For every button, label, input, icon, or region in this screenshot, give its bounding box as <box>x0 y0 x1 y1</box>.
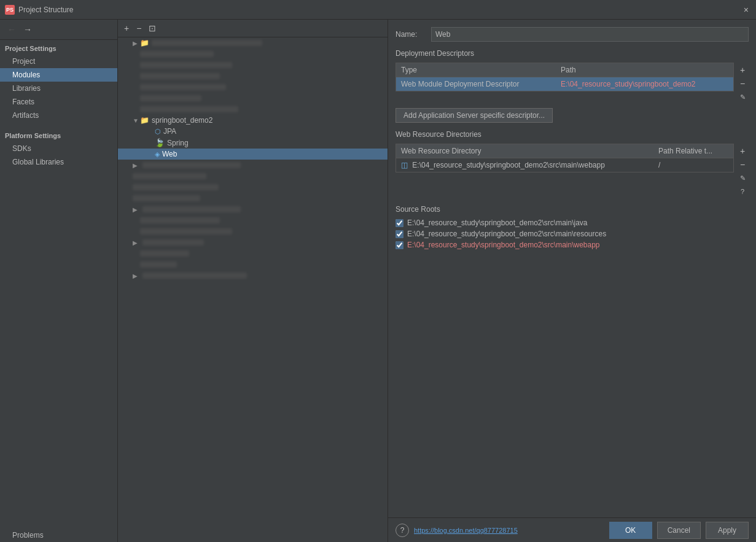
jpa-icon: ⬡ <box>155 128 161 136</box>
source-root-row-2[interactable]: E:\04_resource_study\springboot_demo2\sr… <box>396 241 749 249</box>
sidebar-item-artifacts[interactable]: Artifacts <box>0 109 117 122</box>
tree-row-blurred-1[interactable]: ▶ 📁 <box>118 37 388 48</box>
nav-back-button[interactable]: ← <box>5 23 18 36</box>
source-roots-section: Source Roots E:\04_resource_study\spring… <box>396 205 749 249</box>
name-label: Name: <box>396 30 426 39</box>
name-input[interactable] <box>431 27 749 42</box>
tree-panel: + − ⊡ ▶ 📁 <box>118 20 388 542</box>
tree-row-blurred-18[interactable]: ▶ <box>118 270 388 281</box>
deployment-table-header: Type Path <box>396 63 733 77</box>
col-pathrel-header: Path Relative t... <box>653 144 733 158</box>
tree-row-blurred-3[interactable] <box>118 60 388 71</box>
sidebar-item-facets[interactable]: Facets <box>0 95 117 109</box>
source-root-checkbox-0[interactable] <box>396 219 403 227</box>
folder-icon: 📁 <box>140 39 149 47</box>
right-content: Name: Deployment Descriptors Type Path W… <box>388 20 756 517</box>
remove-module-button[interactable]: − <box>134 22 144 34</box>
cancel-button[interactable]: Cancel <box>657 522 701 539</box>
tree-row-blurred-4[interactable] <box>118 71 388 82</box>
ok-button[interactable]: OK <box>609 522 652 539</box>
tree-row-blurred-2[interactable] <box>118 48 388 60</box>
tree-row-blurred-11[interactable] <box>118 193 388 204</box>
add-module-button[interactable]: + <box>122 22 131 34</box>
deployment-table-container: Type Path Web Module Deployment Descript… <box>396 63 749 103</box>
tree-row-blurred-17[interactable] <box>118 259 388 270</box>
folder-icon: 📁 <box>140 116 149 125</box>
deployment-cell-path: E:\04_resource_study\springboot_demo2 <box>556 78 733 90</box>
help-button[interactable]: ? <box>396 524 409 537</box>
edit-deployment-button[interactable]: ✎ <box>736 91 749 103</box>
sidebar-item-global-libraries[interactable]: Global Libraries <box>0 155 117 169</box>
remove-deployment-button[interactable]: − <box>736 77 749 90</box>
source-root-checkbox-1[interactable] <box>396 230 403 238</box>
platform-settings-header: Platform Settings <box>0 127 117 142</box>
name-field-row: Name: <box>396 27 749 42</box>
tree-row-blurred-10[interactable] <box>118 182 388 193</box>
tree-content: ▶ 📁 ▼ � <box>118 37 388 542</box>
source-root-checkbox-2[interactable] <box>396 241 403 249</box>
sidebar-item-project[interactable]: Project <box>0 55 117 68</box>
web-resource-table-container: Web Resource Directory Path Relative t..… <box>396 144 749 198</box>
deployment-cell-type: Web Module Deployment Descriptor <box>396 78 556 90</box>
deployment-row-0[interactable]: Web Module Deployment Descriptor E:\04_r… <box>396 77 733 91</box>
web-resource-section-title: Web Resource Directories <box>396 130 749 139</box>
tree-row-blurred-9[interactable] <box>118 171 388 182</box>
tree-row-blurred-14[interactable] <box>118 226 388 237</box>
tree-node-springboot[interactable]: ▼ 📁 springboot_demo2 <box>118 115 388 126</box>
deployment-table: Type Path Web Module Deployment Descript… <box>396 63 734 91</box>
web-resource-cell-pathrel: / <box>653 159 733 171</box>
source-root-label-1: E:\04_resource_study\springboot_demo2\sr… <box>407 230 606 238</box>
title-bar: PS Project Structure × <box>0 0 756 20</box>
deployment-controls: + − ✎ <box>736 63 749 103</box>
sidebar-item-libraries[interactable]: Libraries <box>0 82 117 95</box>
web-resource-table: Web Resource Directory Path Relative t..… <box>396 144 734 172</box>
web-resource-table-header: Web Resource Directory Path Relative t..… <box>396 144 733 158</box>
col-webdir-header: Web Resource Directory <box>396 144 653 158</box>
add-deployment-button[interactable]: + <box>736 64 749 76</box>
tree-row-blurred-15[interactable]: ▶ <box>118 237 388 248</box>
tree-toolbar: + − ⊡ <box>118 20 388 37</box>
apply-button[interactable]: Apply <box>706 522 749 539</box>
webapp-folder-icon: ◫ <box>401 161 408 169</box>
source-root-label-0: E:\04_resource_study\springboot_demo2\sr… <box>407 219 588 227</box>
source-root-row-0[interactable]: E:\04_resource_study\springboot_demo2\sr… <box>396 219 749 227</box>
window-title: Project Structure <box>18 6 741 14</box>
web-resource-controls: + − ✎ ? <box>736 144 749 198</box>
tree-node-web[interactable]: ◈ Web <box>118 149 388 160</box>
col-path-header: Path <box>556 63 733 77</box>
tree-row-blurred-7[interactable] <box>118 104 388 115</box>
tree-row-blurred-12[interactable]: ▶ <box>118 204 388 215</box>
bottom-left: ? https://blog.csdn.net/qq877728715 <box>396 524 518 537</box>
tree-row-blurred-5[interactable] <box>118 82 388 93</box>
web-icon: ◈ <box>155 150 160 158</box>
add-descriptor-button[interactable]: Add Application Server specific descript… <box>396 108 553 123</box>
close-button[interactable]: × <box>741 5 751 15</box>
bottom-bar: ? https://blog.csdn.net/qq877728715 OK C… <box>388 517 756 542</box>
tree-node-jpa[interactable]: ⬡ JPA <box>118 126 388 137</box>
copy-module-button[interactable]: ⊡ <box>146 22 158 34</box>
col-type-header: Type <box>396 63 556 77</box>
sidebar-item-problems[interactable]: Problems <box>0 528 117 542</box>
source-root-row-1[interactable]: E:\04_resource_study\springboot_demo2\sr… <box>396 230 749 238</box>
app-icon: PS <box>5 5 15 15</box>
help-webdir-button[interactable]: ? <box>736 185 749 198</box>
sidebar-item-sdks[interactable]: SDKs <box>0 142 117 155</box>
nav-forward-button[interactable]: → <box>21 23 34 36</box>
remove-webdir-button[interactable]: − <box>736 158 749 171</box>
sidebar: ← → Project Settings Project Modules Lib… <box>0 20 118 542</box>
tree-row-blurred-16[interactable] <box>118 248 388 259</box>
edit-webdir-button[interactable]: ✎ <box>736 172 749 184</box>
tree-row-blurred-8[interactable]: ▶ <box>118 160 388 171</box>
web-resource-cell-dir: ◫ E:\04_resource_study\springboot_demo2\… <box>396 159 653 171</box>
tree-node-spring[interactable]: 🍃 Spring <box>118 137 388 149</box>
tree-row-blurred-6[interactable] <box>118 93 388 104</box>
sidebar-nav: ← → <box>0 20 117 40</box>
status-url: https://blog.csdn.net/qq877728715 <box>414 527 518 534</box>
add-webdir-button[interactable]: + <box>736 145 749 157</box>
sidebar-item-modules[interactable]: Modules <box>0 68 117 82</box>
web-resource-row-0[interactable]: ◫ E:\04_resource_study\springboot_demo2\… <box>396 158 733 172</box>
source-roots-title: Source Roots <box>396 205 749 214</box>
source-root-label-2: E:\04_resource_study\springboot_demo2\sr… <box>407 241 600 249</box>
deployment-section-title: Deployment Descriptors <box>396 49 749 58</box>
tree-row-blurred-13[interactable] <box>118 215 388 226</box>
